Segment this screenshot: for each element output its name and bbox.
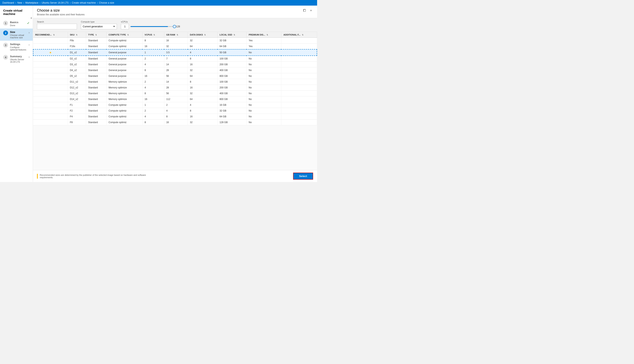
- cell-vcpus: 1: [142, 49, 164, 56]
- cell-sku: F4: [68, 114, 86, 120]
- table-row[interactable]: D2_v2StandardGeneral purpose278100 GBNo: [33, 56, 317, 62]
- breadcrumb-dashboard[interactable]: Dashboard: [3, 2, 14, 4]
- col-recommended[interactable]: RECOMMEND... ⇅: [33, 32, 68, 38]
- table-row[interactable]: D13_v2StandardMemory optimize85632400 GB…: [33, 90, 317, 96]
- table-row[interactable]: ★D1_v2StandardGeneral purpose13.5450 GBN…: [33, 49, 317, 56]
- step-arrow-icon-settings: ›: [29, 43, 30, 46]
- vcpus-label: vCPUs: [121, 20, 180, 23]
- panel-maximize-button[interactable]: ⧠: [302, 8, 307, 13]
- cell-sku: F1: [68, 102, 86, 108]
- search-group: Search: [37, 20, 77, 29]
- sidebar: Create virtual machine × 1 Basics Done ✓…: [0, 6, 33, 182]
- sidebar-close-button[interactable]: ×: [30, 16, 32, 20]
- cell-type: Standard: [86, 62, 106, 68]
- cell-additional_f: [281, 108, 317, 114]
- breadcrumb-create-vm[interactable]: Create virtual machine: [72, 2, 96, 4]
- step-label-basics: Basics: [10, 21, 25, 24]
- col-type[interactable]: TYPE ⇅: [86, 32, 106, 38]
- cell-data_disks: 16: [188, 85, 218, 90]
- col-premium-dis[interactable]: PREMIUM DIS... ⇅: [247, 32, 281, 38]
- cell-vcpus: 16: [142, 73, 164, 79]
- table-row[interactable]: D3_v2StandardGeneral purpose41416200 GBN…: [33, 62, 317, 68]
- cell-additional_f: [281, 62, 317, 68]
- cell-premium_dis: No: [247, 79, 281, 85]
- col-local-ssd[interactable]: LOCAL SSD ⇅: [218, 32, 247, 38]
- compute-type-select[interactable]: Current generation All generations Previ…: [81, 24, 117, 29]
- col-gb-ram[interactable]: GB RAM ⇅: [164, 32, 188, 38]
- table-row[interactable]: F8sStandardCompute optimiz8163232 GBYes: [33, 38, 317, 44]
- cell-type: Standard: [86, 44, 106, 50]
- cell-premium_dis: No: [247, 49, 281, 56]
- select-button[interactable]: Select: [293, 172, 313, 180]
- cell-vcpus: 8: [142, 38, 164, 44]
- table-row[interactable]: D5_v2StandardGeneral purpose165664800 GB…: [33, 73, 317, 79]
- cell-sku: D12_v2: [68, 85, 86, 90]
- cell-data_disks: 32: [188, 120, 218, 125]
- cell-vcpus: 8: [142, 90, 164, 96]
- table-row[interactable]: F8StandardCompute optimiz81632128 GBNo: [33, 120, 317, 125]
- cell-data_disks: 64: [188, 73, 218, 79]
- cell-sku: F8s: [68, 38, 86, 44]
- table-row[interactable]: D11_v2StandardMemory optimize2148100 GBN…: [33, 79, 317, 85]
- cell-premium_dis: No: [247, 108, 281, 114]
- cell-type: Standard: [86, 114, 106, 120]
- right-panel: Choose a size Browse the available sizes…: [33, 6, 317, 182]
- cell-local_ssd: 32 GB: [218, 108, 247, 114]
- cell-type: Standard: [86, 108, 106, 114]
- col-compute-type[interactable]: COMPUTE TYPE ⇅: [106, 32, 142, 38]
- cell-gb_ram: 4: [164, 108, 188, 114]
- col-additional-f[interactable]: ADDITIONAL F... ⇅: [281, 32, 317, 38]
- breadcrumb-new[interactable]: New: [17, 2, 22, 4]
- search-input[interactable]: [37, 24, 77, 29]
- cell-gb_ram: 28: [164, 68, 188, 73]
- cell-compute_type: General purpose: [106, 49, 142, 56]
- panel-close-button[interactable]: ×: [309, 8, 313, 13]
- col-vcpus[interactable]: VCPUS ⇅: [142, 32, 164, 38]
- sidebar-item-basics[interactable]: 1 Basics Done ✓: [0, 19, 33, 28]
- vcpus-group: vCPUs 128: [121, 20, 180, 29]
- step-number-3: 3: [3, 43, 8, 48]
- cell-sku: F8: [68, 120, 86, 125]
- size-table: RECOMMEND... ⇅ SKU ⇅ TYPE ⇅ COMPUTE TY: [33, 32, 317, 125]
- cell-type: Standard: [86, 96, 106, 102]
- cell-compute_type: Memory optimize: [106, 79, 142, 85]
- step-sub-summary: Ubuntu Server 16.04 LTS: [10, 58, 27, 63]
- sort-icon-gb-ram: ⇅: [177, 34, 178, 36]
- vcpus-min-input[interactable]: [121, 24, 129, 29]
- cell-gb_ram: 14: [164, 79, 188, 85]
- sidebar-title: Create virtual machine: [3, 9, 30, 16]
- sort-icon-premium-dis: ⇅: [267, 34, 268, 36]
- col-sku[interactable]: SKU ⇅: [68, 32, 86, 38]
- sidebar-item-summary[interactable]: 4 Summary Ubuntu Server 16.04 LTS ›: [0, 53, 33, 65]
- table-row[interactable]: F2StandardCompute optimiz24832 GBNo: [33, 108, 317, 114]
- cell-vcpus: 1: [142, 102, 164, 108]
- cell-local_ssd: 100 GB: [218, 79, 247, 85]
- cell-premium_dis: Yes: [247, 44, 281, 50]
- cell-local_ssd: 16 GB: [218, 102, 247, 108]
- breadcrumb-marketplace[interactable]: Marketplace: [25, 2, 38, 4]
- cell-data_disks: 8: [188, 56, 218, 62]
- table-row[interactable]: D12_v2StandardMemory optimize42816200 GB…: [33, 85, 317, 90]
- cell-data_disks: 4: [188, 49, 218, 56]
- breadcrumb-ubuntu[interactable]: Ubuntu Server 16.04 LTS: [42, 2, 69, 4]
- table-row[interactable]: D4_v2StandardGeneral purpose82832400 GBN…: [33, 68, 317, 73]
- col-data-disks[interactable]: DATA DISKS ⇅: [188, 32, 218, 38]
- sidebar-item-settings[interactable]: 3 Settings Configure optional features ›: [0, 41, 33, 53]
- cell-additional_f: [281, 79, 317, 85]
- cell-compute_type: Memory optimize: [106, 85, 142, 90]
- cell-compute_type: Memory optimize: [106, 96, 142, 102]
- cell-local_ssd: 200 GB: [218, 62, 247, 68]
- table-row[interactable]: F4StandardCompute optimiz481664 GBNo: [33, 114, 317, 120]
- cell-local_ssd: 64 GB: [218, 114, 247, 120]
- cell-gb_ram: 112: [164, 96, 188, 102]
- cell-compute_type: Compute optimiz: [106, 44, 142, 50]
- table-row[interactable]: D14_v2StandardMemory optimize1611264800 …: [33, 96, 317, 102]
- cell-local_ssd: 64 GB: [218, 44, 247, 50]
- sidebar-item-size[interactable]: 2 Size Choose virtual machine size ›: [0, 28, 33, 41]
- table-row[interactable]: F1StandardCompute optimiz12416 GBNo: [33, 102, 317, 108]
- cell-local_ssd: 50 GB: [218, 49, 247, 56]
- cell-vcpus: 2: [142, 79, 164, 85]
- table-row[interactable]: F16sStandardCompute optimiz16326464 GBYe…: [33, 44, 317, 50]
- cell-additional_f: [281, 96, 317, 102]
- vcpus-slider-thumb[interactable]: [173, 25, 176, 28]
